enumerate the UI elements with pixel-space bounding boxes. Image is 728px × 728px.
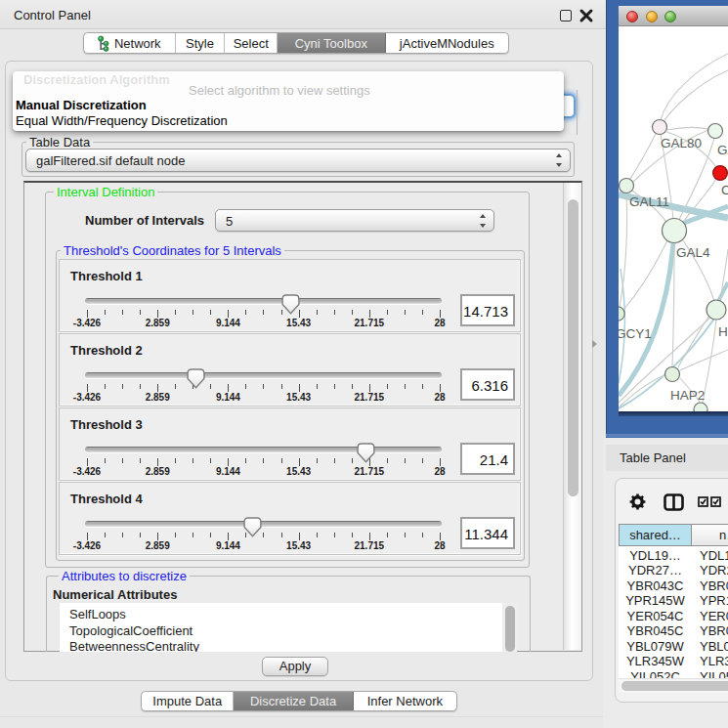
svg-text:GAL4: GAL4 [676, 245, 710, 260]
svg-text:GCY1: GCY1 [619, 326, 652, 341]
svg-text:GA: GA [717, 143, 728, 157]
svg-text:GAL80: GAL80 [661, 136, 702, 150]
svg-text:C: C [721, 183, 728, 197]
svg-text:GAL11: GAL11 [629, 194, 669, 209]
svg-text:HAP2: HAP2 [670, 388, 705, 403]
svg-text:H: H [718, 324, 728, 339]
